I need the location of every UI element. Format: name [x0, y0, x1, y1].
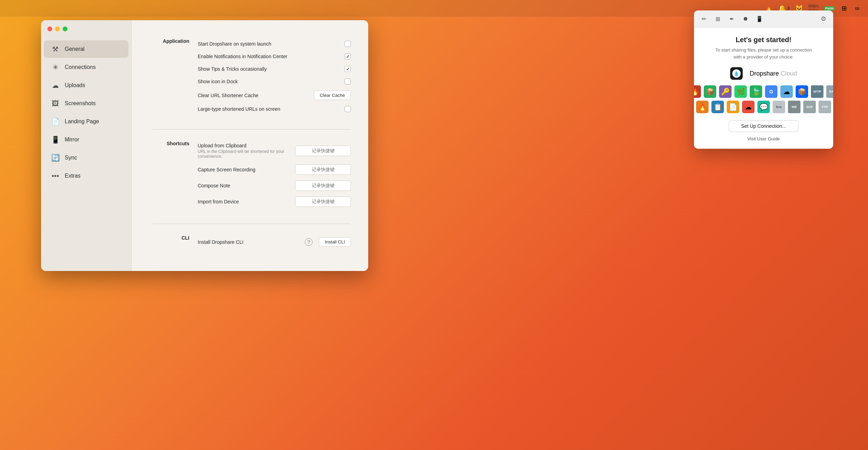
capture-screen-text: Capture Screen Recording: [198, 167, 255, 172]
install-cli-row: Install Dropshare CLI ? Install CLI: [198, 234, 351, 249]
grid-icon[interactable]: ⊞: [713, 15, 722, 23]
show-dock-text: Show icon in Dock: [198, 79, 238, 84]
provider-icon-14[interactable]: ☁: [742, 101, 755, 113]
provider-icon-16[interactable]: box: [773, 101, 785, 113]
compose-icon[interactable]: ✏: [700, 15, 708, 23]
sidebar-label-mirror: Mirror: [65, 137, 79, 143]
application-label: Application: [152, 38, 198, 44]
sidebar-item-extras[interactable]: ••• Extras: [44, 167, 128, 185]
grid-icon[interactable]: ⊞: [840, 5, 848, 12]
provider-icon-5[interactable]: 🍃: [750, 85, 762, 98]
sidebar-item-uploads[interactable]: ☁ Uploads: [44, 77, 128, 94]
provider-name: Dropshare Cloud: [750, 70, 797, 77]
sidebar-label-connections: Connections: [65, 64, 96, 70]
sidebar-label-extras: Extras: [65, 173, 80, 179]
infinity-icon[interactable]: ∞: [853, 5, 861, 12]
application-section: Application Start Dropshare on system la…: [152, 38, 351, 115]
provider-icon-18[interactable]: SCP: [803, 101, 816, 113]
close-button[interactable]: [47, 26, 52, 31]
capture-screen-row: Capture Screen Recording 记录快捷键: [198, 162, 351, 178]
show-tips-row: Show Tips & Tricks occasionally: [198, 63, 351, 75]
sidebar-item-general[interactable]: ⚒ General: [44, 40, 128, 58]
provider-icon-8[interactable]: 📦: [796, 85, 808, 98]
general-icon: ⚒: [51, 45, 60, 54]
shortcuts-label: Shortcuts: [152, 140, 198, 146]
import-device-text: Import from Device: [198, 199, 239, 204]
cli-section-row: CLI Install Dropshare CLI ? Install CLI: [152, 234, 351, 249]
provider-icon-19[interactable]: FTP: [819, 101, 831, 113]
compose-note-row: Compose Note 记录快捷键: [198, 178, 351, 194]
start-launch-row: Start Dropshare on system launch: [198, 38, 351, 50]
show-tips-checkbox[interactable]: [345, 66, 351, 72]
enable-notifications-text: Enable Notifications in Notification Cen…: [198, 54, 287, 59]
cli-settings: Install Dropshare CLI ? Install CLI: [198, 234, 351, 249]
provider-icon-7[interactable]: ☁: [780, 85, 793, 98]
record-icon[interactable]: ⏺: [741, 15, 750, 23]
provider-icons-grid: 🔥 📦 🔑 🌿 🍃 G ☁ 📦 SFTP DAV 🔥 📋 📄 ☁ 💬 box W…: [702, 85, 825, 113]
application-settings: Start Dropshare on system launch Enable …: [198, 38, 351, 115]
dropshare-provider-row: 💧 Dropshare Cloud: [702, 67, 825, 80]
paste-badge[interactable]: Paste: [824, 6, 835, 10]
cli-section: CLI Install Dropshare CLI ? Install CLI: [152, 234, 351, 249]
setup-connection-button[interactable]: Set Up Connection...: [729, 120, 798, 132]
divider-1: [152, 129, 351, 130]
sidebar: ⚒ General ✳ Connections ☁ Uploads 🖼 Scre…: [41, 20, 132, 271]
import-device-row: Import from Device 记录快捷键: [198, 194, 351, 210]
phone-icon[interactable]: 📱: [755, 15, 764, 23]
sidebar-item-landing-page[interactable]: 📄 Landing Page: [44, 113, 128, 130]
shortcuts-settings: Upload from Clipboard URL in the Clipboa…: [198, 140, 351, 210]
show-tips-text: Show Tips & Tricks occasionally: [198, 66, 267, 72]
gear-icon[interactable]: ⚙: [819, 15, 828, 23]
screenshots-icon: 🖼: [51, 99, 60, 108]
provider-icon-17[interactable]: WE: [788, 101, 800, 113]
install-cli-button[interactable]: Install CLI: [319, 237, 351, 247]
popup-subtitle: To start sharing files, please set up a …: [702, 47, 825, 60]
large-type-text: Large-type shortened URLs on screen: [198, 106, 280, 112]
provider-icon-9[interactable]: SFTP: [811, 85, 823, 98]
popup-toolbar: ✏ ⊞ ✒ ⏺ 📱 ⚙: [694, 10, 833, 28]
sidebar-item-screenshots[interactable]: 🖼 Screenshots: [44, 95, 128, 112]
start-launch-text: Start Dropshare on system launch: [198, 41, 271, 47]
content-area: Application Start Dropshare on system la…: [132, 20, 368, 271]
provider-icon-3[interactable]: 🔑: [719, 85, 732, 98]
provider-icons-row-2: 🔥 📋 📄 ☁ 💬 box WE SCP FTP: [702, 101, 825, 113]
provider-icon-1[interactable]: 🔥: [694, 85, 701, 98]
clear-cache-button[interactable]: Clear Cache: [314, 91, 351, 100]
mirror-icon: 📱: [51, 135, 60, 144]
shortcuts-section-row: Shortcuts Upload from Clipboard URL in t…: [152, 140, 351, 210]
popup-content: Let's get started! To start sharing file…: [694, 28, 833, 149]
sidebar-label-screenshots: Screenshots: [65, 100, 96, 107]
capture-screen-shortcut[interactable]: 记录快捷键: [295, 164, 351, 175]
compose-note-shortcut[interactable]: 记录快捷键: [295, 180, 351, 191]
dropshare-popup: ✏ ⊞ ✒ ⏺ 📱 ⚙ Let's get started! To start …: [694, 10, 833, 149]
extras-icon: •••: [51, 171, 60, 180]
provider-icon-6[interactable]: G: [765, 85, 778, 98]
provider-icon-12[interactable]: 📋: [711, 101, 724, 113]
divider-2: [152, 224, 351, 224]
provider-icon-15[interactable]: 💬: [757, 101, 770, 113]
import-device-shortcut[interactable]: 记录快捷键: [295, 196, 351, 207]
provider-icon-13[interactable]: 📄: [727, 101, 739, 113]
upload-clipboard-shortcut[interactable]: 记录快捷键: [295, 146, 351, 156]
traffic-lights: [47, 26, 68, 31]
start-launch-checkbox[interactable]: [345, 41, 351, 47]
cli-help-button[interactable]: ?: [305, 238, 313, 246]
large-type-checkbox[interactable]: [345, 106, 351, 112]
pencil-icon[interactable]: ✒: [727, 15, 736, 23]
show-dock-checkbox[interactable]: [345, 78, 351, 85]
provider-icon-4[interactable]: 🌿: [734, 85, 747, 98]
provider-icon-2[interactable]: 📦: [704, 85, 716, 98]
sidebar-label-sync: Sync: [65, 155, 77, 161]
sidebar-item-mirror[interactable]: 📱 Mirror: [44, 131, 128, 148]
user-guide-link[interactable]: Visit User Guide: [747, 136, 780, 141]
dropshare-logo: 💧: [730, 67, 743, 80]
sidebar-label-uploads: Uploads: [65, 82, 85, 88]
enable-notifications-checkbox[interactable]: [345, 53, 351, 60]
sidebar-item-sync[interactable]: 🔄 Sync: [44, 149, 128, 166]
maximize-button[interactable]: [63, 26, 68, 31]
provider-icon-11[interactable]: 🔥: [696, 101, 709, 113]
compose-note-text: Compose Note: [198, 183, 230, 188]
sidebar-item-connections[interactable]: ✳ Connections: [44, 59, 128, 76]
minimize-button[interactable]: [55, 26, 60, 31]
provider-icon-10[interactable]: DAV: [826, 85, 833, 98]
